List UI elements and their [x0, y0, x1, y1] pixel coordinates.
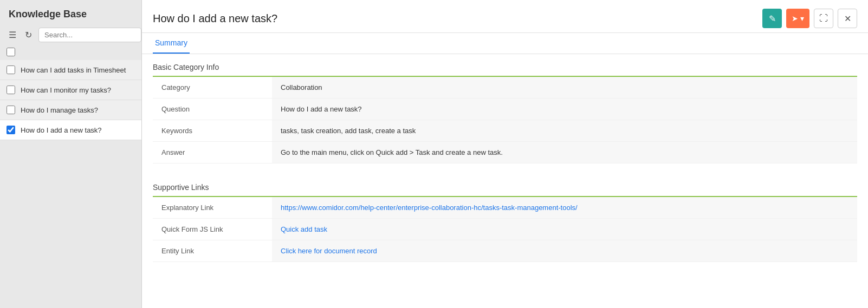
- expand-button[interactable]: ⛶: [814, 9, 833, 28]
- list-item-selected[interactable]: How do I add a new task?: [0, 120, 141, 140]
- field-value-quick-form-link[interactable]: Quick add task: [272, 219, 857, 240]
- section-gap: [142, 163, 868, 174]
- expand-icon: ⛶: [819, 14, 828, 23]
- panel-content: Basic Category Info Category Collaborati…: [142, 54, 868, 308]
- list-item-text-3: How do I manage tasks?: [21, 106, 98, 114]
- list-items: How can I add tasks in Timesheet How can…: [0, 60, 141, 308]
- field-row-entity-link: Entity Link Click here for document reco…: [153, 240, 857, 262]
- field-value-category: Collaboration: [272, 77, 857, 98]
- tab-summary[interactable]: Summary: [153, 33, 190, 54]
- select-all-checkbox[interactable]: [7, 48, 15, 56]
- send-icon: ➤: [792, 14, 798, 23]
- field-value-keywords: tasks, task creation, add task, create a…: [272, 120, 857, 141]
- list-item[interactable]: How can I add tasks in Timesheet: [0, 60, 141, 80]
- search-input[interactable]: [38, 28, 141, 42]
- field-row-category: Category Collaboration: [153, 77, 857, 99]
- panel-actions: ✎ ➤ ▾ ⛶ ✕: [762, 9, 857, 28]
- field-label-quick-form-link: Quick Form JS Link: [153, 219, 272, 240]
- list-item-text-1: How can I add tasks in Timesheet: [21, 66, 126, 74]
- hamburger-icon: ☰: [9, 30, 16, 40]
- tabs: Summary: [142, 33, 868, 54]
- list-header: [0, 45, 141, 60]
- list-item[interactable]: How do I manage tasks?: [0, 100, 141, 120]
- field-label-category: Category: [153, 77, 272, 98]
- field-row-answer: Answer Go to the main menu, click on Qui…: [153, 142, 857, 163]
- item-checkbox-3[interactable]: [7, 106, 15, 114]
- edit-button[interactable]: ✎: [762, 9, 782, 28]
- basic-category-title: Basic Category Info: [153, 63, 857, 77]
- list-item-text-2: How can I monitor my tasks?: [21, 86, 111, 94]
- field-row-question: Question How do I add a new task?: [153, 99, 857, 120]
- item-checkbox-2[interactable]: [7, 86, 15, 94]
- panel-header: How do I add a new task? ✎ ➤ ▾ ⛶ ✕: [142, 0, 868, 33]
- item-checkbox-1[interactable]: [7, 65, 15, 74]
- refresh-icon: ↻: [25, 30, 32, 40]
- field-value-entity-link[interactable]: Click here for document record: [272, 240, 857, 261]
- field-row-keywords: Keywords tasks, task creation, add task,…: [153, 120, 857, 142]
- field-label-question: Question: [153, 99, 272, 120]
- field-label-keywords: Keywords: [153, 120, 272, 141]
- hamburger-icon-button[interactable]: ☰: [7, 28, 18, 42]
- sidebar: Knowledge Base ☰ ↻ How can I add tasks i…: [0, 0, 142, 308]
- sidebar-toolbar: ☰ ↻: [0, 24, 141, 45]
- close-button[interactable]: ✕: [838, 9, 857, 28]
- field-value-answer: Go to the main menu, click on Quick add …: [272, 142, 857, 163]
- field-value-question: How do I add a new task?: [272, 99, 857, 120]
- field-row-explanatory-link: Explanatory Link https://www.comidor.com…: [153, 197, 857, 219]
- field-label-explanatory-link: Explanatory Link: [153, 197, 272, 218]
- sidebar-title: Knowledge Base: [0, 0, 141, 24]
- main-panel: How do I add a new task? ✎ ➤ ▾ ⛶ ✕ Summa…: [142, 0, 868, 308]
- item-checkbox-4[interactable]: [7, 126, 15, 134]
- list-item[interactable]: How can I monitor my tasks?: [0, 80, 141, 100]
- list-item-text-4: How do I add a new task?: [21, 126, 102, 134]
- basic-category-section: Basic Category Info Category Collaborati…: [142, 54, 868, 163]
- supportive-links-title: Supportive Links: [153, 183, 857, 197]
- send-button[interactable]: ➤ ▾: [786, 9, 809, 28]
- close-icon: ✕: [844, 14, 851, 24]
- page-title: How do I add a new task?: [153, 12, 277, 25]
- field-label-entity-link: Entity Link: [153, 240, 272, 261]
- chevron-down-icon: ▾: [800, 14, 804, 23]
- field-label-answer: Answer: [153, 142, 272, 163]
- field-value-explanatory-link[interactable]: https://www.comidor.com/help-center/ente…: [272, 197, 857, 218]
- field-row-quick-form-link: Quick Form JS Link Quick add task: [153, 219, 857, 240]
- supportive-links-section: Supportive Links Explanatory Link https:…: [142, 174, 868, 262]
- refresh-icon-button[interactable]: ↻: [23, 28, 34, 42]
- edit-icon: ✎: [769, 14, 776, 24]
